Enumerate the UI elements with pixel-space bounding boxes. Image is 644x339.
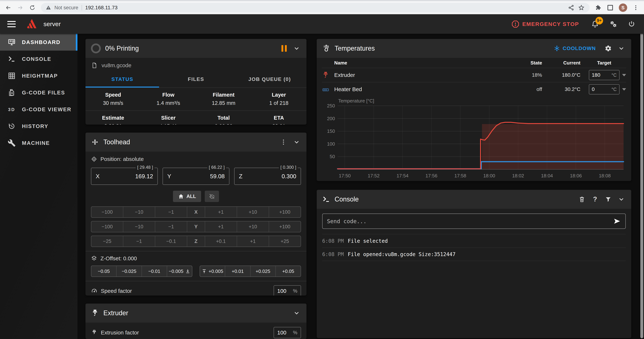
jog-button[interactable]: −1 [155, 207, 187, 217]
axis-field-y[interactable]: [ 66.22 ]Y59.08 [162, 168, 230, 185]
home-all-button[interactable]: ALL [173, 191, 201, 202]
console-title: Console [334, 196, 359, 203]
browser-forward-icon[interactable] [17, 4, 24, 11]
jog-button[interactable]: +10 [237, 207, 269, 217]
browser-back-icon[interactable] [5, 4, 12, 11]
temperature-table-rows: Extruder18%180.0°C180°CHeater Bedoff30.2… [322, 68, 626, 96]
jog-button[interactable]: −100 [91, 221, 123, 232]
jog-button[interactable]: +1 [237, 236, 269, 246]
extruder-nozzle-icon [91, 309, 99, 317]
z-offset-button[interactable]: +0.05 [276, 266, 301, 276]
scrollbar-thumb[interactable] [640, 15, 643, 338]
jog-button[interactable]: −1 [123, 236, 155, 246]
sidebar-item-gcode-viewer[interactable]: 3DG-CODE VIEWER [0, 101, 78, 118]
emergency-stop-label: EMERGENCY STOP [522, 21, 579, 27]
share-icon[interactable] [568, 4, 574, 11]
print-status-panel: 0% Printing vu8m.gcode STATUSFILESJOB QU… [86, 39, 306, 124]
collapse-chevron-icon[interactable] [617, 44, 626, 53]
z-offset-up-group: +0.005+0.01+0.025+0.05 [200, 266, 301, 277]
sidebar-item-label: MACHINE [22, 140, 50, 146]
emergency-stop-button[interactable]: EMERGENCY STOP [508, 18, 582, 30]
jog-button[interactable]: −100 [91, 207, 123, 217]
heater-name: Extruder [334, 72, 355, 78]
target-preset-caret-icon[interactable] [622, 88, 626, 90]
target-preset-caret-icon[interactable] [622, 74, 626, 76]
sidebar-item-heightmap[interactable]: HEIGHTMAP [0, 68, 78, 84]
browser-profile-avatar[interactable]: S [619, 4, 627, 12]
tab-0[interactable]: STATUS [86, 72, 159, 88]
console-filter-icon[interactable] [604, 195, 612, 204]
z-offset-button[interactable]: −0.005 [167, 266, 192, 276]
browser-menu-kebab-icon[interactable] [632, 4, 639, 11]
speed-factor-input[interactable]: 100 % [274, 285, 301, 296]
console-send-icon[interactable] [613, 217, 621, 225]
jog-button[interactable]: −0.1 [155, 236, 187, 246]
sidebar-item-history[interactable]: HISTORY [0, 118, 78, 134]
tab-2[interactable]: JOB QUEUE (0) [233, 72, 306, 88]
extensions-puzzle-icon[interactable] [595, 4, 602, 11]
jog-button[interactable]: +100 [269, 221, 301, 232]
jog-button[interactable]: +10 [237, 221, 269, 232]
toolhead-axes-icon [91, 138, 99, 146]
address-bar[interactable]: Not secure 192.168.11.73 [41, 3, 590, 12]
extrusion-factor-icon [91, 329, 98, 336]
jog-button[interactable]: +100 [269, 207, 301, 217]
side-panel-icon[interactable] [607, 4, 614, 11]
position-target-icon [91, 156, 97, 162]
pause-button[interactable] [280, 44, 288, 53]
collapse-chevron-icon[interactable] [292, 309, 301, 318]
z-offset-button[interactable]: −0.01 [142, 266, 167, 276]
z-offset-button[interactable]: −0.05 [91, 266, 116, 276]
console-help-icon[interactable]: ? [591, 195, 600, 204]
notifications-bell-icon[interactable]: 9+ [590, 19, 600, 29]
axis-field-x[interactable]: [ 29.48 ]X169.12 [91, 168, 158, 185]
sidebar-item-machine[interactable]: MACHINE [0, 134, 78, 152]
z-offset-button[interactable]: +0.025 [250, 266, 276, 276]
jog-button[interactable]: −10 [123, 207, 155, 217]
terminal-icon [8, 55, 16, 63]
console-input[interactable] [327, 218, 609, 224]
jog-button[interactable]: +1 [205, 221, 237, 232]
jog-button[interactable]: −1 [155, 221, 187, 232]
console-trash-icon[interactable] [578, 195, 586, 204]
stats-row: Estimate3:39:31Slicer4:15:41Total0:00:36… [86, 110, 306, 124]
jog-button[interactable]: −10 [123, 221, 155, 232]
target-temperature-input[interactable]: 180°C [589, 70, 620, 80]
jog-button[interactable]: +0.1 [205, 236, 237, 246]
browser-reload-icon[interactable] [29, 4, 36, 11]
jog-button[interactable]: +1 [205, 207, 237, 217]
toolhead-menu-kebab-icon[interactable] [279, 138, 288, 146]
temperatures-settings-gear-icon[interactable] [604, 44, 612, 53]
print-progress-ring [91, 44, 101, 53]
axis-legend: [ 0.300 ] [279, 165, 298, 170]
jog-button[interactable]: −25 [91, 236, 123, 246]
tab-1[interactable]: FILES [159, 72, 233, 88]
bookmark-star-icon[interactable] [578, 4, 585, 11]
collapse-chevron-icon[interactable] [292, 138, 301, 146]
sidebar-item-dashboard[interactable]: DASHBOARD [0, 34, 78, 50]
z-offset-button[interactable]: +0.005 [200, 266, 225, 276]
collapse-chevron-icon[interactable] [292, 44, 301, 53]
sidebar-item-console[interactable]: CONSOLE [0, 50, 78, 68]
menu-hamburger-icon[interactable] [7, 21, 16, 27]
target-temperature-input[interactable]: 0°C [589, 84, 620, 94]
heater-name: Heater Bed [334, 86, 362, 92]
sidebar-item-gcode-files[interactable]: G-CODE FILES [0, 84, 78, 101]
svg-text:17:52: 17:52 [368, 173, 380, 178]
settings-gears-icon[interactable] [608, 19, 618, 29]
jog-row-z: −25−1−0.1Z+0.1+1+25 [91, 236, 301, 247]
extrusion-factor-input[interactable]: 100 % [274, 327, 301, 338]
axis-value: 59.08 [210, 173, 225, 180]
page-scrollbar[interactable] [640, 15, 643, 338]
power-icon[interactable] [626, 19, 637, 29]
axis-label: Y [167, 173, 171, 180]
collapse-chevron-icon[interactable] [617, 195, 626, 204]
z-offset-button[interactable]: −0.025 [116, 266, 141, 276]
axis-field-z[interactable]: [ 0.300 ]Z0.300 [234, 168, 301, 185]
speed-factor-unit: % [293, 288, 297, 294]
jog-button[interactable]: +25 [269, 236, 301, 246]
z-offset-button[interactable]: +0.01 [225, 266, 250, 276]
motors-off-button[interactable] [205, 191, 219, 202]
cooldown-button[interactable]: COOLDOWN [554, 45, 596, 52]
col-target: Target [580, 60, 626, 66]
